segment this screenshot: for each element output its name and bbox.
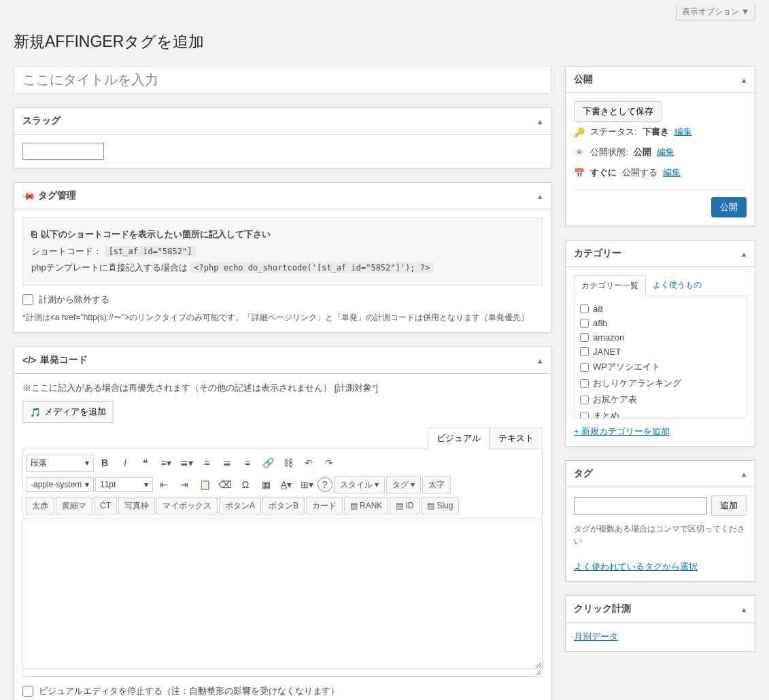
tab-text[interactable]: テキスト [490,427,543,449]
align-right-icon[interactable]: ≡ [238,453,257,472]
chevron-down-icon: ▾ [411,480,415,489]
category-list[interactable]: a8afibamazonJANETWPアソシエイトおしりケアランキングお尻ケア表… [574,296,747,419]
slug-toggle-icon[interactable]: ▴ [538,116,543,126]
add-media-button[interactable]: 🎵メディアを追加 [22,401,114,423]
category-item[interactable]: WPアソシエイト [580,359,740,375]
code-icon: </> [22,355,36,366]
custom-btn-6[interactable]: ボタンB [262,497,305,514]
help-icon[interactable]: ? [318,477,332,492]
category-item[interactable]: afib [580,316,740,330]
category-freq-tab[interactable]: よく使うもの [646,275,708,296]
category-item[interactable]: お尻ケア表 [580,391,740,408]
exclude-label: 計測から除外する [39,294,109,306]
publish-toggle-icon[interactable]: ▴ [742,75,747,85]
align-left-icon[interactable]: ≡ [197,453,216,472]
tag-mgmt-heading: 📌タグ管理 [22,190,76,202]
add-category-link[interactable]: + 新規カテゴリーを追加 [574,425,670,438]
edit-schedule-link[interactable]: 編集 [663,167,681,179]
unlink-icon[interactable]: ⛓ [279,453,298,472]
shortcode-value[interactable]: [st_af id="5852"] [105,246,196,257]
monthly-data-link[interactable]: 月別データ [574,631,618,642]
italic-icon[interactable]: I [116,453,135,472]
tag-note: タグが複数ある場合はコンマで区切ってください [574,523,747,547]
tag-dropdown[interactable]: タグ▾ [386,476,421,493]
category-checkbox[interactable] [580,412,589,419]
fontsize-select[interactable]: 11pt▾ [95,477,153,492]
edit-status-link[interactable]: 編集 [674,126,692,138]
special-char-icon[interactable]: Ω [236,475,255,494]
category-checkbox[interactable] [580,304,589,313]
style-dropdown[interactable]: スタイル▾ [334,476,385,493]
category-item[interactable]: a8 [580,302,740,316]
edit-visibility-link[interactable]: 編集 [657,146,674,158]
bold-text-button[interactable]: 太字 [422,476,451,493]
editor-textarea[interactable] [22,519,543,669]
category-checkbox[interactable] [580,333,589,342]
bold-icon[interactable]: B [95,453,114,472]
single-toggle-icon[interactable]: ▴ [538,355,543,366]
outdent-icon[interactable]: ⇤ [154,475,173,494]
indent-icon[interactable]: ⇥ [175,475,194,494]
format-select[interactable]: 段落▾ [26,455,94,472]
tab-visual[interactable]: ビジュアル [428,427,490,449]
category-toggle-icon[interactable]: ▴ [742,249,747,259]
link-icon[interactable]: 🔗 [258,453,277,472]
custom-btn-7[interactable]: カード [306,497,343,514]
tags-toggle-icon[interactable]: ▴ [742,469,747,479]
tag-mgmt-warning: *計測は<a href="http(s)://〜">のリンクタイプのみ可能です。… [22,311,543,324]
table-icon[interactable]: ⊞▾ [297,475,316,494]
calendar-icon: 📅 [574,168,585,178]
font-select[interactable]: -apple-system▾ [26,477,94,492]
align-center-icon[interactable]: ≣ [218,453,237,472]
tag-input[interactable] [574,497,707,514]
custom-btn-9[interactable]: ▤ID [390,497,420,514]
publish-button[interactable]: 公開 [711,197,747,217]
category-checkbox[interactable] [580,396,589,404]
stop-visual-checkbox[interactable] [22,686,33,697]
category-item[interactable]: おしりケアランキング [580,375,740,391]
bullet-list-icon[interactable]: ≡▾ [156,453,175,472]
custom-btn-10[interactable]: ▤Slug [421,497,459,514]
click-toggle-icon[interactable]: ▴ [742,604,747,614]
bgcolor-icon[interactable]: ▦ [256,475,275,494]
clear-format-icon[interactable]: ⌫ [216,475,235,494]
editor-resize-handle[interactable] [22,669,543,677]
tag-management-panel: 📌タグ管理 ▴ ⎘以下のショートコードを表示したい箇所に記入して下さい ショート… [14,182,551,333]
paste-icon[interactable]: 📋 [195,475,214,494]
publish-panel: 公開 ▴ 下書きとして保存 🔑ステータス: 下書き 編集 👁公開状態: 公開 編… [565,66,755,226]
tags-heading: タグ [574,468,593,480]
data-icon: ▤ [396,501,403,510]
custom-btn-1[interactable]: 黄細マ [56,497,92,514]
category-all-tab[interactable]: カテゴリー一覧 [574,275,646,296]
textcolor-icon[interactable]: A▾ [277,475,296,494]
quote-icon[interactable]: ❝ [136,453,155,472]
php-code-value[interactable]: <?php echo do_shortcode('[st_af id="5852… [190,262,434,273]
add-tag-button[interactable]: 追加 [711,495,747,516]
custom-btn-8[interactable]: ▤RANK [344,497,388,514]
custom-btn-5[interactable]: ボタンA [219,497,261,514]
category-checkbox[interactable] [580,363,589,372]
redo-icon[interactable]: ↷ [320,453,339,472]
category-item[interactable]: JANET [580,345,740,359]
category-item[interactable]: amazon [580,330,740,345]
choose-tags-link[interactable]: よく使われているタグから選択 [574,561,698,572]
custom-btn-0[interactable]: 太赤 [26,497,54,514]
title-input[interactable] [14,66,551,94]
custom-btn-3[interactable]: 写真枠 [118,497,155,514]
undo-icon[interactable]: ↶ [299,453,318,472]
category-item[interactable]: まとめ [580,408,740,419]
category-checkbox[interactable] [580,347,589,356]
slug-input[interactable] [22,143,104,160]
save-draft-button[interactable]: 下書きとして保存 [574,101,662,122]
category-checkbox[interactable] [580,319,589,328]
exclude-checkbox[interactable] [22,294,33,305]
custom-btn-4[interactable]: マイボックス [156,497,218,514]
screen-options-button[interactable]: 表示オプション ▼ [676,4,755,20]
custom-btn-2[interactable]: CT [94,497,117,514]
chevron-down-icon: ▾ [375,480,379,489]
number-list-icon[interactable]: ≣▾ [177,453,196,472]
editor-toolbar: 段落▾ B I ❝ ≡▾ ≣▾ ≡ ≣ ≡ 🔗 ⛓ ↶ ↷ -apple-sys… [22,449,543,519]
tag-mgmt-toggle-icon[interactable]: ▴ [538,191,543,201]
key-icon: 🔑 [574,127,585,137]
category-checkbox[interactable] [580,379,589,388]
